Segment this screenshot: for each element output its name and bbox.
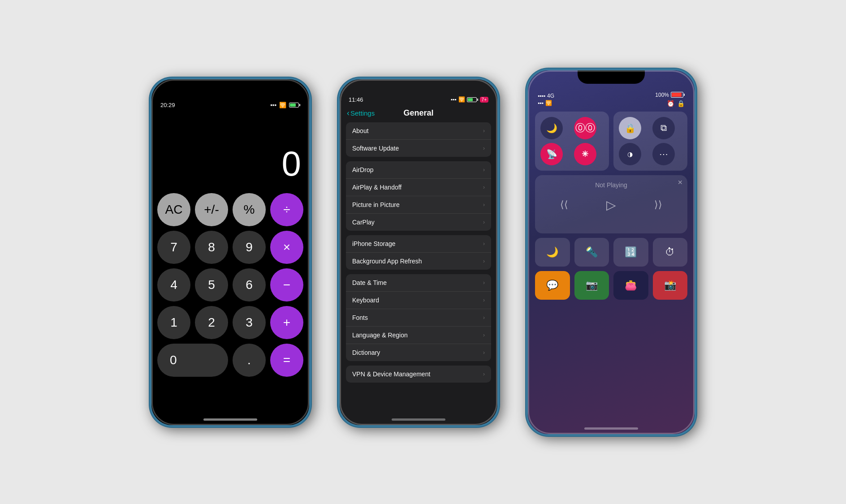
chevron-icon: › [483, 349, 485, 356]
settings-item-label: AirPlay & Handoff [352, 184, 401, 191]
settings-item-label: Language & Region [352, 332, 408, 339]
settings-item-vpn[interactable]: VPN & Device Management › [346, 366, 491, 383]
settings-item-background-refresh[interactable]: Background App Refresh › [346, 253, 491, 270]
settings-group-3: iPhone Storage › Background App Refresh … [346, 235, 491, 270]
btn-ac[interactable]: AC [157, 193, 190, 226]
settings-item-fonts[interactable]: Fonts › [346, 309, 491, 327]
btn-percent[interactable]: % [233, 193, 266, 226]
cc-content: ▪▪▪▪ 4G ▪▪▪ 🛜 100% [528, 70, 695, 434]
btn-7[interactable]: 7 [157, 231, 190, 264]
btn-dot[interactable]: . [233, 344, 266, 377]
cc-notch [578, 70, 645, 84]
settings-group-4: Date & Time › Keyboard › Fonts › Languag… [346, 274, 491, 361]
cc-battery-pct-label: 100% [655, 92, 669, 98]
cc-lock-button[interactable]: 🔒 [619, 117, 641, 139]
settings-item-language[interactable]: Language & Region › [346, 327, 491, 344]
cc-headphones-button[interactable]: ⓪⓪ [574, 117, 596, 139]
btn-5[interactable]: 5 [195, 268, 228, 302]
cc-media-player: ✕ Not Playing ⟨⟨ ▷ ⟩⟩ [535, 175, 687, 233]
settings-item-airdrop[interactable]: AirDrop › [346, 161, 491, 179]
focus-icon: 🌙 [546, 123, 557, 134]
bluetooth-icon: ✳ [582, 149, 588, 159]
settings-item-keyboard[interactable]: Keyboard › [346, 292, 491, 309]
cc-bottom-grid-2: 💬 📷 👛 📸 [535, 271, 687, 300]
btn-minus[interactable]: − [270, 268, 303, 302]
cc-rewind-button[interactable]: ⟨⟨ [560, 199, 568, 211]
back-chevron-icon: ‹ [347, 108, 350, 118]
cc-more-button[interactable]: ⋯ [652, 143, 675, 165]
btn-0[interactable]: 0 [157, 344, 228, 377]
btn-2[interactable]: 2 [195, 306, 228, 339]
signal-icon: ▪▪▪ [270, 102, 276, 108]
settings-item-about[interactable]: About › [346, 122, 491, 140]
btn-6[interactable]: 6 [233, 268, 266, 302]
btn-divide[interactable]: ÷ [270, 193, 303, 226]
cc-wifi-button[interactable]: 📡 [540, 143, 563, 165]
cc-dim-button[interactable]: ◑ [619, 143, 641, 165]
cc-connectivity-tile: 🌙 ⓪⓪ 📡 ✳ [535, 112, 609, 171]
btn-sign[interactable]: +/- [195, 193, 228, 226]
flashlight-icon: 🔦 [586, 246, 598, 258]
settings-item-carplay[interactable]: CarPlay › [346, 214, 491, 231]
calc-display: 0 [151, 116, 309, 193]
btn-1[interactable]: 1 [157, 306, 190, 339]
settings-nav: ‹ Settings General [340, 107, 497, 122]
settings-item-label: Dictionary [352, 349, 380, 356]
cc-bluetooth-button[interactable]: ✳ [574, 143, 596, 165]
btn-9[interactable]: 9 [233, 231, 266, 264]
settings-item-label: VPN & Device Management [352, 370, 430, 378]
cc-wallet-button[interactable]: 👛 [613, 271, 648, 300]
settings-item-dictionary[interactable]: Dictionary › [346, 344, 491, 361]
camera2-icon: 📷 [586, 280, 598, 291]
cc-calculator-button[interactable]: 🔢 [613, 238, 648, 267]
settings-page-title: General [403, 108, 433, 118]
cc-play-button[interactable]: ▷ [606, 198, 616, 212]
settings-item-airplay[interactable]: AirPlay & Handoff › [346, 179, 491, 196]
chevron-icon: › [483, 145, 485, 151]
btn-4[interactable]: 4 [157, 268, 190, 302]
btn-8[interactable]: 8 [195, 231, 228, 264]
calc-row-2: 7 8 9 × [157, 231, 304, 264]
settings-item-label: Fonts [352, 314, 368, 321]
btn-multiply[interactable]: × [270, 231, 303, 264]
calc-row-4: 1 2 3 + [157, 306, 304, 339]
cc-wifi-icon: 🛜 [545, 100, 552, 106]
btn-equals[interactable]: = [270, 344, 303, 377]
settings-notch [389, 79, 448, 92]
chevron-icon: › [483, 258, 485, 264]
btn-3[interactable]: 3 [233, 306, 266, 339]
wallet-icon: 👛 [625, 280, 637, 291]
settings-item-label: iPhone Storage [352, 240, 396, 247]
settings-item-label: About [352, 127, 369, 134]
cc-fast-forward-button[interactable]: ⟩⟩ [654, 199, 662, 211]
cc-not-playing-label: Not Playing [541, 181, 681, 189]
cc-moon-button[interactable]: 🌙 [535, 238, 570, 267]
cc-screenmirror-button[interactable]: ⧉ [652, 117, 675, 139]
cc-camera-button[interactable]: 📸 [653, 271, 688, 300]
chevron-icon: › [483, 241, 485, 247]
settings-item-software-update[interactable]: Software Update › [346, 140, 491, 157]
calc-row-3: 4 5 6 − [157, 268, 304, 302]
cc-media-close-button[interactable]: ✕ [678, 179, 683, 186]
settings-item-label: Software Update [352, 145, 399, 152]
settings-back-button[interactable]: ‹ Settings [347, 108, 375, 118]
btn-plus[interactable]: + [270, 306, 303, 339]
chevron-icon: › [483, 332, 485, 338]
settings-battery-icon [467, 97, 478, 102]
chevron-icon: › [483, 128, 485, 134]
cc-focus-button[interactable]: 🌙 [540, 117, 563, 139]
calc-time: 20:29 [160, 102, 175, 108]
cc-camera2-button[interactable]: 📷 [574, 271, 609, 300]
cc-messages-button[interactable]: 💬 [535, 271, 570, 300]
chevron-icon: › [483, 184, 485, 190]
cc-bottom-grid-1: 🌙 🔦 🔢 ⏱ [535, 238, 687, 267]
cc-flashlight-button[interactable]: 🔦 [574, 238, 609, 267]
settings-item-storage[interactable]: iPhone Storage › [346, 235, 491, 253]
settings-item-pip[interactable]: Picture in Picture › [346, 196, 491, 214]
settings-item-label: Background App Refresh [352, 258, 422, 265]
alarm-icon: ⏰ [667, 100, 674, 107]
cc-battery-icon [671, 92, 685, 98]
cc-timer-button[interactable]: ⏱ [653, 238, 688, 267]
cc-signal-bars-icon: ▪▪▪▪ [538, 93, 545, 99]
settings-item-datetime[interactable]: Date & Time › [346, 274, 491, 292]
